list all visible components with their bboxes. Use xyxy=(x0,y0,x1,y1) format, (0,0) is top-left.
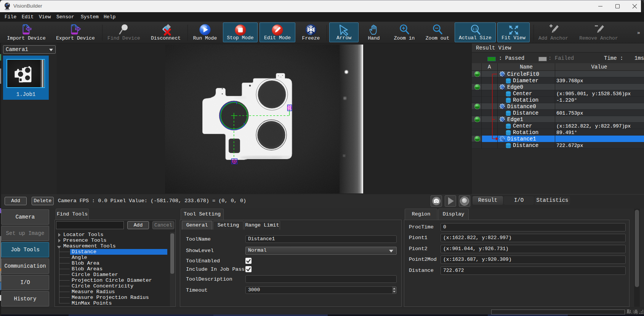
svg-text:1:1: 1:1 xyxy=(473,27,477,31)
